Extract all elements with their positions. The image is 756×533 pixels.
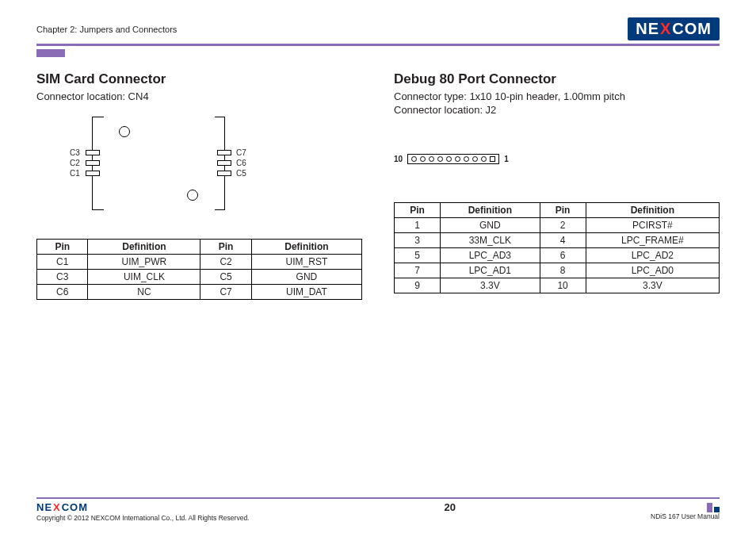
section-bar (36, 49, 65, 57)
sim-pad (86, 171, 100, 176)
table-cell: UIM_RST (251, 255, 361, 270)
table-header: Pin (395, 203, 441, 218)
pin-label: C5 (236, 169, 246, 178)
table-cell: 10 (540, 278, 586, 293)
table-cell: NC (88, 285, 200, 300)
pin-icon (472, 156, 478, 162)
table-cell: C2 (200, 255, 251, 270)
sim-pad (86, 160, 100, 166)
pin-icon (446, 156, 452, 162)
sim-column: SIM Card Connector Connector location: C… (36, 71, 362, 300)
table-row: 93.3V103.3V (395, 278, 720, 293)
table-cell: C6 (37, 285, 88, 300)
table-cell: C7 (200, 285, 251, 300)
pin-icon (437, 156, 443, 162)
table-cell: UIM_PWR (88, 255, 200, 270)
table-header: Pin (540, 203, 586, 218)
table-row: 1GND2PCIRST# (395, 218, 720, 233)
table-cell: 9 (395, 278, 441, 293)
sim-pad (217, 171, 231, 176)
table-cell: 4 (540, 233, 586, 248)
table-cell: PCIRST# (586, 218, 719, 233)
table-cell: C3 (37, 270, 88, 285)
content-columns: SIM Card Connector Connector location: C… (36, 71, 720, 300)
table-row: C6NCC7UIM_DAT (37, 285, 362, 300)
pin-label: C6 (236, 159, 246, 167)
brand-logo: NEXCOM (628, 17, 720, 40)
table-cell: GND (251, 270, 361, 285)
debug-location: Connector location: J2 (394, 104, 720, 116)
page-number: 20 (445, 501, 456, 513)
sim-pad (86, 150, 100, 155)
table-cell: 3 (395, 233, 441, 248)
table-header: Definition (441, 203, 540, 218)
pin1-square-icon (490, 156, 495, 162)
table-row: 5LPC_AD36LPC_AD2 (395, 248, 720, 263)
sim-pad (217, 160, 231, 166)
brand-post: COM (672, 20, 712, 38)
brand-pre: NE (636, 20, 659, 38)
footer-right: NDiS 167 User Manual (651, 501, 720, 520)
debug-type: Connector type: 1x10 10-pin header, 1.00… (394, 90, 720, 102)
brand-x: X (660, 20, 671, 38)
table-cell: LPC_AD2 (586, 248, 719, 263)
manual-name: NDiS 167 User Manual (651, 512, 720, 520)
table-cell: LPC_AD0 (586, 263, 719, 278)
sim-pinout-table: PinDefinitionPinDefinition C1UIM_PWRC2UI… (36, 239, 362, 300)
table-cell: LPC_AD1 (441, 263, 540, 278)
pin-icon (429, 156, 434, 162)
table-header: Definition (251, 240, 361, 255)
table-cell: 8 (540, 263, 586, 278)
table-cell: GND (441, 218, 540, 233)
pin-label-10: 10 (394, 155, 403, 163)
table-header: Pin (37, 240, 88, 255)
table-cell: 5 (395, 248, 441, 263)
sim-hole-icon (119, 126, 130, 137)
table-cell: 7 (395, 263, 441, 278)
table-cell: UIM_DAT (251, 285, 361, 300)
table-cell: 2 (540, 218, 586, 233)
footer-rule (36, 497, 720, 499)
decor-square-icon (707, 503, 712, 512)
table-cell: 1 (395, 218, 441, 233)
table-header: Definition (586, 203, 719, 218)
debug-title: Debug 80 Port Connector (394, 71, 720, 87)
sim-title: SIM Card Connector (36, 71, 362, 87)
table-cell: 6 (540, 248, 586, 263)
pin-icon (455, 156, 460, 162)
table-row: C1UIM_PWRC2UIM_RST (37, 255, 362, 270)
table-cell: 33M_CLK (441, 233, 540, 248)
table-cell: LPC_FRAME# (586, 233, 719, 248)
pin-label: C7 (236, 148, 246, 157)
page-header: Chapter 2: Jumpers and Connectors NEXCOM (36, 17, 720, 40)
table-cell: UIM_CLK (88, 270, 200, 285)
table-cell: 3.3V (441, 278, 540, 293)
pin-label-1: 1 (504, 155, 509, 163)
header-rule (36, 44, 720, 46)
table-row: C3UIM_CLKC5GND (37, 270, 362, 285)
pin-label: C2 (70, 159, 80, 167)
sim-diagram: C3 C2 C1 C7 C6 C5 (36, 117, 362, 221)
table-cell: C5 (200, 270, 251, 285)
footer-left: NEXCOM Copyright © 2012 NEXCOM Internati… (36, 501, 249, 522)
sim-location: Connector location: CN4 (36, 90, 362, 102)
pin-icon (411, 156, 417, 162)
pin-label: C1 (70, 169, 80, 178)
copyright-text: Copyright © 2012 NEXCOM International Co… (36, 514, 249, 522)
table-row: 7LPC_AD18LPC_AD0 (395, 263, 720, 278)
table-cell: 3.3V (586, 278, 719, 293)
table-row: 333M_CLK4LPC_FRAME# (395, 233, 720, 248)
pin-label: C3 (70, 148, 80, 157)
table-cell: C1 (37, 255, 88, 270)
debug-column: Debug 80 Port Connector Connector type: … (394, 71, 720, 300)
table-header: Pin (200, 240, 251, 255)
sim-hole-icon (187, 190, 198, 201)
sim-body-outline (92, 117, 225, 210)
sim-pad (217, 150, 231, 155)
debug-header-body (407, 154, 499, 164)
decor-square-icon (714, 507, 720, 512)
debug-diagram: 10 1 (394, 154, 720, 164)
brand-logo-footer: NEXCOM (36, 501, 88, 513)
table-cell: LPC_AD3 (441, 248, 540, 263)
debug-pinout-table: PinDefinitionPinDefinition 1GND2PCIRST#3… (394, 202, 720, 293)
